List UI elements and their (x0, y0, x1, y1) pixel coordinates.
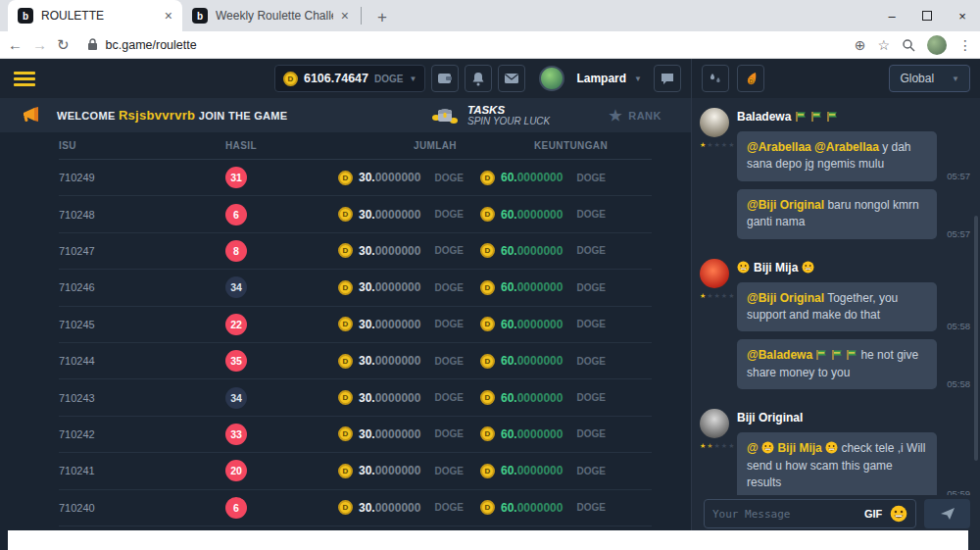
address-bar[interactable]: bc.game/roulette (79, 38, 845, 52)
mention[interactable]: @Arabellaa (747, 140, 811, 154)
mention[interactable]: @Baladewa (747, 348, 812, 362)
chat-sidebar: D Global ▼ ★★★★★ Baladewa (691, 59, 980, 550)
profit-amount: D60.0000000DOGE (480, 207, 652, 222)
bookmark-star-icon[interactable]: ☆ (877, 38, 890, 52)
welcome-banner: WELCOME Rsjsbvvrvrb JOIN THE GAME TASKS … (0, 98, 691, 132)
close-tab-icon[interactable]: × (341, 9, 349, 23)
table-row[interactable]: 710243 34 D30.0000000DOGE D60.0000000DOG… (59, 379, 652, 416)
bet-amount: D30.0000000DOGE (338, 390, 480, 405)
table-row[interactable]: 710244 35 D30.0000000DOGE D60.0000000DOG… (59, 343, 652, 379)
profit-frac: 0000000 (517, 280, 564, 294)
bottom-sheet (8, 530, 968, 550)
amount-frac: 0000000 (375, 501, 421, 515)
result-badge: 6 (225, 497, 247, 519)
doge-coin-icon: D (480, 464, 495, 478)
table-row[interactable]: 710242 33 D30.0000000DOGE D60.0000000DOG… (59, 417, 652, 453)
chat-header: D Global ▼ (692, 59, 980, 98)
rank-link[interactable]: ★ RANK (609, 107, 662, 125)
rain-button[interactable] (702, 65, 729, 92)
bet-amount: D30.0000000DOGE (338, 354, 480, 369)
doge-coin-icon: D (338, 317, 353, 331)
amount-int: 30. (359, 208, 375, 222)
table-row[interactable]: 710247 8 D30.0000000DOGE D60.0000000DOGE (59, 233, 652, 270)
message-bubble: @Baladewa he not give share money to you (737, 339, 937, 389)
notifications-button[interactable] (465, 65, 492, 92)
user-rating: ★★★★★ (700, 141, 737, 149)
table-row[interactable]: 710245 22 D30.0000000DOGE D60.0000000DOG… (59, 307, 652, 343)
profit-frac: 0000000 (517, 501, 564, 515)
chat-messages[interactable]: ★★★★★ Baladewa @Arabellaa @Arabellaa y d… (692, 98, 980, 495)
balance-amount: 6106.74647 (304, 72, 368, 85)
mention[interactable]: @Biji Original (747, 291, 824, 305)
browser-menu-icon[interactable]: ⋮ (958, 38, 972, 52)
doge-coin-icon: D (480, 390, 495, 405)
browser-chrome: b ROULETTE × b Weekly Roulette Challenge… (0, 0, 980, 59)
chat-username[interactable]: Biji Mija (737, 261, 970, 275)
browser-profile-avatar[interactable] (927, 35, 947, 55)
hamburger-menu-icon[interactable] (14, 72, 35, 86)
tab-roulette[interactable]: b ROULETTE × (8, 0, 182, 31)
new-tab-button[interactable]: + (368, 8, 397, 27)
chat-username[interactable]: Biji Original (737, 411, 970, 425)
doge-coin-icon: D (480, 500, 495, 515)
mention[interactable]: @ Biji Mija (747, 441, 841, 455)
live-support-button[interactable] (654, 65, 681, 92)
toolbar-right: ⊕ ☆ ⋮ (855, 35, 972, 55)
amount-frac: 0000000 (375, 280, 421, 294)
message-time: 05:58 (947, 321, 970, 331)
chat-message: @Biji Original Together, you support and… (737, 282, 970, 332)
amount-frac: 0000000 (375, 354, 421, 368)
tab-divider (361, 7, 362, 25)
reload-icon[interactable]: ↻ (57, 37, 70, 52)
chat-room-value: Global (900, 72, 934, 85)
install-icon[interactable]: ⊕ (855, 38, 866, 52)
username[interactable]: Lampard (576, 72, 626, 85)
doge-coin-icon: D (480, 426, 495, 441)
issue-id: 710244 (59, 355, 225, 367)
send-button[interactable] (924, 499, 970, 528)
forward-icon[interactable]: → (32, 37, 47, 52)
lock-icon (87, 38, 98, 51)
table-row[interactable]: 710249 31 D30.0000000DOGE D60.0000000DOG… (59, 160, 652, 196)
welcome-player-name[interactable]: Rsjsbvvrvrb (119, 108, 195, 123)
grin-emoji-icon (825, 441, 838, 454)
gif-button[interactable]: GIF (864, 508, 882, 520)
amount-frac: 0000000 (375, 427, 421, 441)
table-row[interactable]: 710248 6 D30.0000000DOGE D60.0000000DOGE (59, 196, 652, 232)
search-icon[interactable] (902, 38, 915, 52)
tab-weekly-challenge[interactable]: b Weekly Roulette Challenge - Win × (182, 0, 359, 31)
amount-currency: DOGE (434, 173, 463, 183)
table-row[interactable]: 710246 34 D30.0000000DOGE D60.0000000DOG… (59, 270, 652, 306)
table-row[interactable]: 710240 6 D30.0000000DOGE D60.0000000DOGE (59, 490, 652, 526)
user-rating: ★★★★★ (700, 442, 737, 450)
back-icon[interactable]: ← (8, 37, 23, 52)
chat-message-input[interactable] (712, 508, 857, 521)
close-window-button[interactable]: × (945, 0, 980, 31)
amount-frac: 0000000 (375, 171, 421, 184)
mention[interactable]: @Arabellaa (814, 140, 879, 154)
svg-text:D: D (750, 78, 754, 84)
avatar[interactable] (700, 259, 729, 288)
chat-input-box[interactable]: GIF (704, 499, 916, 528)
table-row[interactable]: 710241 20 D30.0000000DOGE D60.0000000DOG… (59, 453, 652, 489)
chat-room-select[interactable]: Global ▼ (889, 65, 970, 92)
minimize-button[interactable]: – (874, 0, 909, 31)
chat-username[interactable]: Baladewa (737, 110, 970, 124)
avatar[interactable] (700, 409, 729, 438)
coin-drop-button[interactable]: D (737, 65, 764, 92)
result-badge: 34 (225, 276, 247, 298)
tasks-link[interactable]: TASKS SPIN YOUR LUCK (430, 104, 550, 127)
close-tab-icon[interactable]: × (165, 9, 172, 23)
wallet-button[interactable] (431, 65, 459, 92)
balance-selector[interactable]: D 6106.74647 DOGE ▼ (274, 65, 425, 92)
page-scrollbar[interactable] (974, 216, 978, 461)
issue-id: 710245 (59, 319, 225, 330)
chevron-down-icon[interactable]: ▼ (634, 75, 642, 83)
amount-int: 30. (359, 427, 375, 441)
emoji-picker-icon[interactable] (890, 505, 907, 523)
mention[interactable]: @Biji Original (747, 198, 824, 212)
messages-button[interactable] (498, 65, 525, 92)
maximize-button[interactable] (909, 0, 945, 31)
user-avatar[interactable] (539, 66, 564, 91)
avatar[interactable] (700, 108, 729, 137)
